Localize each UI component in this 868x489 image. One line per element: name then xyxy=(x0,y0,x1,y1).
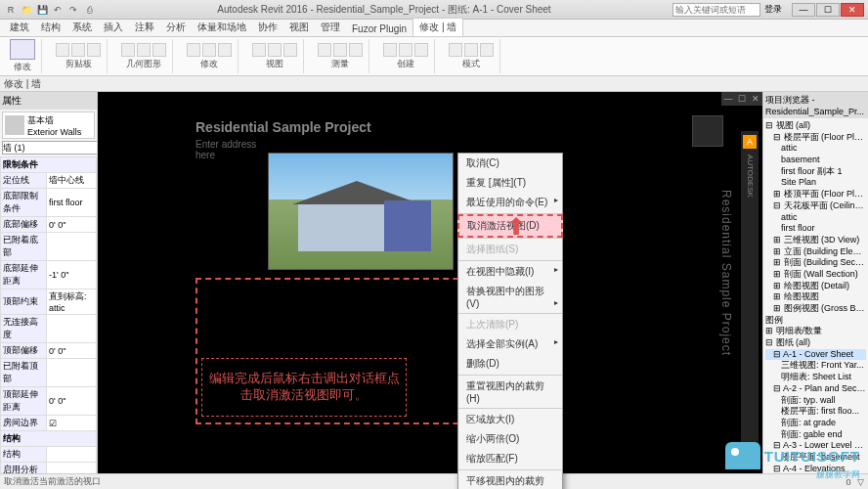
tree-node[interactable]: 明细表: Sheet List xyxy=(765,372,866,383)
tree-node[interactable]: ⊞ 剖面 (Building Section) xyxy=(765,257,866,269)
view-maximize-icon[interactable]: ☐ xyxy=(735,92,749,106)
context-menu-item[interactable]: 最近使用的命令(E) xyxy=(458,193,562,212)
property-value[interactable]: first floor xyxy=(47,189,97,217)
context-menu-item[interactable]: 选择全部实例(A) xyxy=(458,334,562,354)
context-menu-item[interactable]: 重置视图内的裁剪(H) xyxy=(458,377,562,407)
property-value[interactable]: 直到标高: attic xyxy=(47,289,97,315)
tree-node[interactable]: ⊞ 绘图视图 xyxy=(765,291,866,303)
tool-icon[interactable] xyxy=(480,43,494,57)
tool-icon[interactable] xyxy=(349,43,363,57)
property-value[interactable] xyxy=(47,315,97,343)
tree-node[interactable]: ⊟ 图纸 (all) xyxy=(765,337,866,349)
tree-node[interactable]: 剖面: gable end xyxy=(765,429,866,441)
ribbon-tab[interactable]: 分析 xyxy=(160,19,192,36)
tree-node[interactable]: ⊟ A-1 - Cover Sheet xyxy=(765,349,866,361)
app-icon[interactable]: R xyxy=(4,3,18,17)
tool-icon[interactable] xyxy=(218,43,232,57)
context-menu-item[interactable]: 替换视图中的图形(V) xyxy=(458,282,562,312)
ribbon-tab[interactable]: Fuzor Plugin xyxy=(346,22,412,36)
help-search-input[interactable] xyxy=(673,3,760,17)
tool-icon[interactable] xyxy=(414,43,428,57)
property-value[interactable]: ☑ xyxy=(47,416,97,431)
rendered-viewport[interactable] xyxy=(268,153,454,270)
tree-node[interactable]: ⊞ 剖面 (Wall Section) xyxy=(765,269,866,281)
property-value[interactable]: 墙中心线 xyxy=(47,173,97,189)
property-value[interactable]: 0' 0" xyxy=(47,387,97,416)
type-preview[interactable]: 基本墙 Exterior Walls xyxy=(2,111,95,139)
close-button[interactable]: ✕ xyxy=(841,3,864,17)
view-close-icon[interactable]: ✕ xyxy=(749,92,762,106)
property-value[interactable]: 0' 0" xyxy=(47,217,97,233)
tool-icon[interactable] xyxy=(137,43,151,57)
maximize-button[interactable]: ☐ xyxy=(816,3,840,17)
property-value[interactable] xyxy=(47,359,97,387)
tree-node[interactable]: Site Plan xyxy=(765,177,866,189)
tree-node[interactable]: 楼层平面: first floo... xyxy=(765,406,866,418)
view-cube[interactable] xyxy=(692,115,723,147)
view-minimize-icon[interactable]: — xyxy=(721,92,735,106)
ribbon-tab[interactable]: 协作 xyxy=(252,19,283,36)
context-menu-item[interactable]: 重复 [属性](T) xyxy=(458,173,562,193)
instance-selector[interactable] xyxy=(2,141,98,155)
print-icon[interactable]: ⎙ xyxy=(82,3,96,17)
ribbon-tab[interactable]: 注释 xyxy=(129,19,160,36)
tool-icon[interactable] xyxy=(121,43,135,57)
ribbon-tab[interactable]: 插入 xyxy=(98,19,129,36)
ribbon-tab[interactable]: 结构 xyxy=(35,19,66,36)
tree-node[interactable]: 三维视图: Front Yar... xyxy=(765,360,866,372)
property-value[interactable]: 0' 0" xyxy=(47,343,97,359)
tree-node[interactable]: basement xyxy=(765,155,866,166)
tool-icon[interactable] xyxy=(464,43,478,57)
tree-node[interactable]: first floor xyxy=(765,223,866,235)
tool-icon[interactable] xyxy=(268,43,282,57)
modify-tool-icon[interactable] xyxy=(10,39,35,60)
tree-node[interactable]: attic xyxy=(765,212,866,224)
property-value[interactable]: -1' 0" xyxy=(47,261,97,289)
context-menu-item[interactable]: 区域放大(I) xyxy=(458,410,562,429)
context-menu-item[interactable]: 在视图中隐藏(I) xyxy=(458,262,562,282)
property-value[interactable] xyxy=(47,463,97,474)
context-menu-item[interactable]: 缩小两倍(O) xyxy=(458,429,562,449)
tree-node[interactable]: 剖面: at grade xyxy=(765,418,866,429)
tool-icon[interactable] xyxy=(252,43,266,57)
redo-icon[interactable]: ↷ xyxy=(66,3,80,17)
tool-icon[interactable] xyxy=(449,43,462,57)
tool-icon[interactable] xyxy=(71,43,85,57)
open-icon[interactable]: 📁 xyxy=(20,3,33,17)
tree-node[interactable]: ⊟ 视图 (all) xyxy=(765,120,866,132)
property-value[interactable] xyxy=(47,233,97,261)
drawing-canvas[interactable]: — ☐ ✕ Residential Sample Project Enter a… xyxy=(98,92,762,473)
context-menu-item[interactable]: 删除(D) xyxy=(458,354,562,374)
tool-icon[interactable] xyxy=(283,43,297,57)
context-menu-item[interactable]: 平移视图内的裁剪(H) xyxy=(458,471,562,489)
tool-icon[interactable] xyxy=(87,43,101,57)
tool-icon[interactable] xyxy=(333,43,347,57)
tool-icon[interactable] xyxy=(399,43,412,57)
save-icon[interactable]: 💾 xyxy=(35,3,49,17)
login-link[interactable]: 登录 xyxy=(764,3,782,16)
tree-node[interactable]: ⊟ 楼层平面 (Floor Plan) xyxy=(765,132,866,144)
tool-icon[interactable] xyxy=(383,43,397,57)
ribbon-tab[interactable]: 视图 xyxy=(283,19,315,36)
tree-node[interactable]: ⊞ 明细表/数量 xyxy=(765,326,866,337)
tool-icon[interactable] xyxy=(152,43,166,57)
tool-icon[interactable] xyxy=(187,43,200,57)
ribbon-tab[interactable]: 建筑 xyxy=(4,19,35,36)
tree-node[interactable]: 剖面: typ. wall xyxy=(765,395,866,407)
tree-node[interactable]: ⊞ 三维视图 (3D View) xyxy=(765,235,866,246)
tree-node[interactable]: ⊟ A-2 - Plan and Sections xyxy=(765,383,866,395)
ribbon-tab[interactable]: 修改 | 墙 xyxy=(412,18,463,36)
tree-node[interactable]: first floor 副本 1 xyxy=(765,166,866,178)
tree-node[interactable]: ⊟ 天花板平面 (Ceiling Plan) xyxy=(765,200,866,212)
context-menu-item[interactable]: 取消(C) xyxy=(458,154,562,173)
tree-node[interactable]: ⊞ 绘图视图 (Detail) xyxy=(765,281,866,292)
tool-icon[interactable] xyxy=(202,43,216,57)
tree-node[interactable]: attic xyxy=(765,143,866,155)
ribbon-tab[interactable]: 管理 xyxy=(315,19,346,36)
ribbon-tab[interactable]: 系统 xyxy=(66,19,98,36)
tree-node[interactable]: ⊞ 立面 (Building Elevation) xyxy=(765,246,866,258)
tree-node[interactable]: ⊞ 图例视图 (Gross Building) xyxy=(765,303,866,315)
context-menu-item[interactable]: 缩放匹配(F) xyxy=(458,449,562,468)
ribbon-tab[interactable]: 体量和场地 xyxy=(192,19,252,36)
minimize-button[interactable]: — xyxy=(792,3,815,17)
